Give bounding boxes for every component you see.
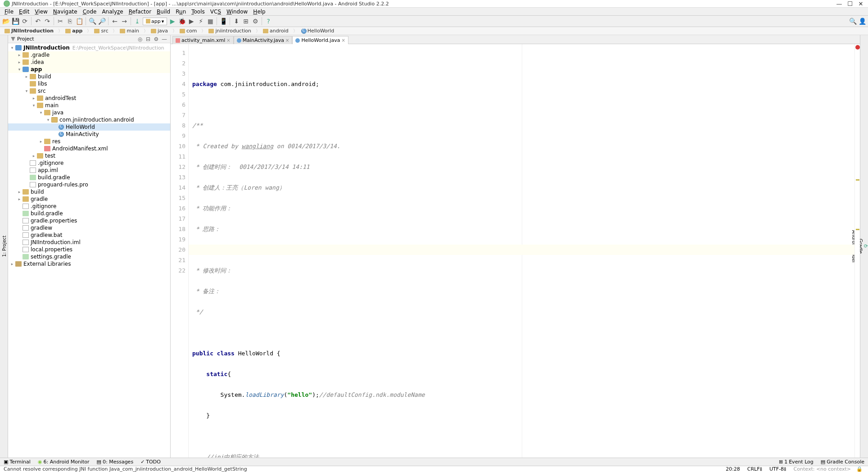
gear-icon[interactable]: ⚙ [153, 36, 159, 42]
warning-mark[interactable] [856, 229, 859, 230]
sync-icon[interactable]: ⟳ [21, 17, 29, 25]
run-config-selector[interactable]: app ▾ [143, 18, 167, 25]
expand-icon[interactable]: ▸ [17, 190, 22, 194]
line-number[interactable]: 18 [171, 224, 185, 234]
tree-node[interactable]: app.iml [8, 167, 170, 174]
context[interactable]: Context: <no context> [790, 466, 854, 472]
tree-node[interactable]: ▸.gradle [8, 51, 170, 59]
expand-icon[interactable]: ▸ [32, 96, 36, 100]
code-editor[interactable]: 12345678910111213141516171819202122 pack… [171, 44, 860, 458]
tool-messages[interactable]: ▤0: Messages [93, 459, 137, 465]
breadcrumb-item[interactable]: main [111, 28, 141, 34]
menu-tools[interactable]: Tools [189, 9, 208, 15]
undo-icon[interactable]: ↶ [34, 17, 42, 25]
breadcrumb-item[interactable]: app [56, 28, 85, 34]
sdk-icon[interactable]: ⬇ [232, 17, 240, 25]
line-number[interactable]: 21 [171, 255, 185, 265]
menu-run[interactable]: Run [173, 9, 189, 15]
expand-icon[interactable]: ▸ [32, 154, 36, 158]
expand-icon[interactable]: ▾ [17, 67, 22, 72]
breadcrumb-item[interactable]: HelloWorld [291, 28, 337, 34]
menu-file[interactable]: FFileile [2, 9, 16, 15]
expand-icon[interactable]: ▸ [17, 60, 22, 64]
menu-help[interactable]: Help [250, 9, 268, 15]
breadcrumb-item[interactable]: java [142, 28, 171, 34]
line-number[interactable]: 5 [171, 89, 185, 100]
line-number[interactable]: 2 [171, 58, 185, 68]
maximize-button[interactable]: ☐ [845, 0, 855, 7]
expand-icon[interactable]: ▸ [24, 74, 29, 79]
paste-icon[interactable]: 📋 [75, 17, 83, 25]
breadcrumb-item[interactable]: com [171, 28, 200, 34]
make-project-icon[interactable]: ⤓ [133, 17, 141, 25]
expand-icon[interactable]: ▾ [39, 110, 43, 115]
editor-tab[interactable]: activity_main.xml× [172, 36, 234, 44]
menu-vcs[interactable]: VCS [208, 9, 224, 15]
close-tab-icon[interactable]: × [341, 38, 345, 43]
tree-node[interactable]: ▸gradle [8, 195, 170, 203]
editor-tab[interactable]: MainActivity.java× [234, 36, 293, 44]
tree-node[interactable]: ▸androidTest [8, 95, 170, 102]
close-tab-icon[interactable]: × [285, 38, 289, 43]
line-separator[interactable]: CRLF‡ [744, 466, 766, 472]
tree-node[interactable]: ▸.idea [8, 59, 170, 66]
tree-node[interactable]: ▾com.jniintroduction.android [8, 116, 170, 123]
tree-node[interactable]: ▸build [8, 73, 170, 80]
menu-edit[interactable]: Edit [16, 9, 32, 15]
tool-project[interactable]: 1: Project [1, 233, 8, 259]
minimize-button[interactable]: — [834, 0, 845, 7]
menu-navigate[interactable]: Navigate [50, 9, 80, 15]
back-icon[interactable]: ← [111, 17, 119, 25]
layout-icon[interactable]: ⊞ [242, 17, 250, 25]
menu-analyze[interactable]: Analyze [99, 9, 126, 15]
tree-node[interactable]: gradlew [8, 224, 170, 231]
tree-node[interactable]: HelloWorld [8, 123, 170, 131]
tree-node[interactable]: ▸build [8, 188, 170, 195]
expand-icon[interactable]: ▸ [17, 197, 22, 201]
expand-icon[interactable]: ▸ [17, 53, 22, 57]
settings-icon[interactable]: ⚙ [251, 17, 259, 25]
expand-icon[interactable]: ▸ [39, 139, 43, 144]
expand-icon[interactable]: ▾ [10, 45, 14, 50]
tree-node[interactable]: build.gradle [8, 174, 170, 181]
menu-view[interactable]: View [32, 9, 50, 15]
replace-icon[interactable]: 🔎 [98, 17, 106, 25]
run-icon[interactable]: ▶ [168, 17, 176, 25]
tree-node[interactable]: ▾src [8, 87, 170, 95]
line-number[interactable]: 17 [171, 213, 185, 224]
tree-node[interactable]: JNIIntroduction.iml [8, 239, 170, 246]
copy-icon[interactable]: ⎘ [66, 17, 74, 25]
save-icon[interactable]: 💾 [11, 17, 19, 25]
search-everywhere-icon[interactable]: 🔍 [849, 17, 857, 25]
line-number[interactable]: 19 [171, 234, 185, 245]
lock-icon[interactable]: 🔒 [854, 466, 864, 472]
code-body[interactable]: package com.jniintroduction.android; /**… [189, 44, 854, 458]
line-number[interactable]: 12 [171, 162, 185, 172]
coverage-icon[interactable]: ▶ [187, 17, 195, 25]
tree-node[interactable]: local.properties [8, 246, 170, 253]
breadcrumb-item[interactable]: android [254, 28, 291, 34]
close-window-button[interactable]: ✕ [855, 0, 866, 7]
line-number[interactable]: 22 [171, 265, 185, 276]
menu-build[interactable]: Build [154, 9, 173, 15]
file-encoding[interactable]: UTF-8‡ [766, 466, 790, 472]
tree-node[interactable]: libs [8, 80, 170, 87]
line-number[interactable]: 9 [171, 131, 185, 141]
menu-window[interactable]: Window [224, 9, 250, 15]
tool-structure[interactable]: 7: Structure [0, 230, 1, 262]
warning-mark[interactable] [856, 179, 859, 181]
help-icon[interactable]: ? [264, 17, 272, 25]
tree-node[interactable]: ▸External Libraries [8, 260, 170, 268]
tree-node[interactable]: .gitignore [8, 159, 170, 167]
tree-node[interactable]: MainActivity [8, 131, 170, 138]
breadcrumb-item[interactable]: src [85, 28, 111, 34]
user-icon[interactable]: 👤 [858, 17, 866, 25]
tree-node[interactable]: proguard-rules.pro [8, 181, 170, 188]
tree-node[interactable]: AndroidManifest.xml [8, 145, 170, 152]
editor-tab[interactable]: HelloWorld.java× [292, 36, 348, 44]
tree-node[interactable]: gradlew.bat [8, 231, 170, 239]
line-number[interactable]: 15 [171, 193, 185, 203]
line-number[interactable]: 8 [171, 120, 185, 131]
project-panel-title[interactable]: Project [17, 36, 34, 42]
tree-node[interactable]: ▾main [8, 102, 170, 109]
